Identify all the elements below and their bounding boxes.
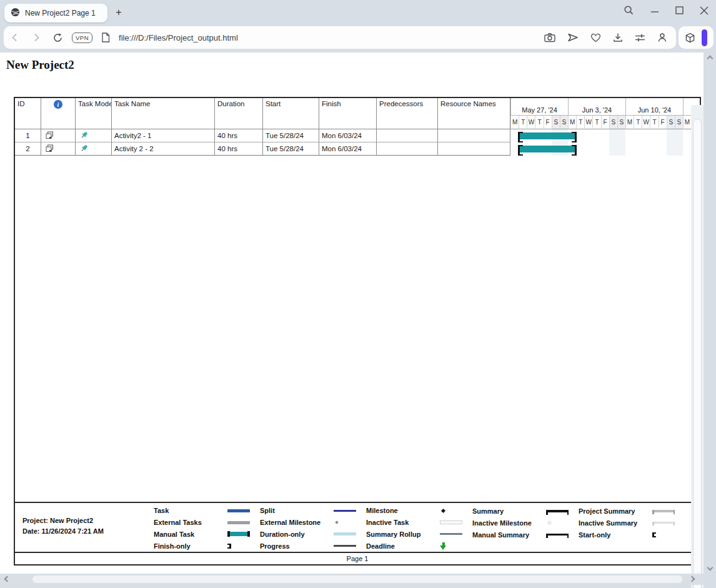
new-tab-button[interactable]: + — [112, 6, 125, 19]
page-number-footer: Page 1 — [15, 552, 700, 564]
day-header-cell: M — [510, 116, 519, 129]
legend-label: Progress — [260, 542, 334, 550]
finish-only-swatch-icon — [227, 544, 260, 549]
gantt-timeline: May 27, '24Jun 3, '24Jun 10, '24Jun 17, … — [510, 98, 700, 156]
split-swatch-icon — [334, 510, 366, 512]
day-header-cell: T — [634, 116, 642, 129]
legend-label: Duration-only — [260, 531, 334, 538]
vpn-badge[interactable]: VPN — [72, 32, 92, 43]
gantt-bar — [519, 146, 576, 152]
timeline-day-row: MTWTFSSMTWTFSSMTWTFSSMTWTFSS — [510, 116, 700, 129]
legend-label: Summary — [472, 507, 546, 515]
legend-column: TaskExternal TasksManual TaskFinish-only — [154, 505, 260, 552]
legend-label: Finish-only — [154, 542, 227, 550]
external-milestone-swatch-icon — [334, 521, 366, 524]
project-date-line: Date: 11/26/2024 7:21 AM — [22, 527, 154, 535]
gantt-row — [510, 142, 700, 156]
scroll-up-icon[interactable] — [707, 56, 714, 62]
browser-toolbar: VPN file:///D:/Files/Project_output.html — [0, 25, 716, 52]
day-header-cell: S — [552, 116, 560, 129]
legend-column: MilestoneInactive TaskSummary RollupDead… — [366, 505, 472, 552]
task-start-cell: Tue 5/28/24 — [263, 129, 319, 142]
search-icon[interactable] — [624, 5, 634, 16]
tab-strip: New Project2 Page 1 + — [0, 0, 716, 25]
task-indicator-cell — [41, 142, 76, 156]
task-resources-cell — [438, 142, 510, 156]
legend-item: Task — [154, 505, 260, 517]
send-icon[interactable] — [567, 32, 579, 42]
camera-icon[interactable] — [544, 32, 555, 42]
download-icon[interactable] — [613, 32, 623, 42]
table-row: 1Activity2 - 140 hrsTue 5/28/24Mon 6/03/… — [15, 129, 510, 142]
legend-label: External Tasks — [154, 519, 227, 526]
user-icon[interactable] — [657, 32, 667, 42]
scroll-down-icon[interactable] — [707, 565, 714, 571]
minimize-button[interactable] — [650, 6, 659, 15]
legend-label: Start-only — [579, 531, 652, 539]
legend-column: SummaryInactive MilestoneManual Summary — [472, 505, 579, 552]
task-indicator-cell — [41, 129, 76, 142]
start-only-swatch-icon — [652, 532, 685, 537]
duration-only-swatch-icon — [334, 532, 366, 536]
progress-swatch-icon — [334, 545, 366, 547]
legend-item: Inactive Summary — [579, 517, 685, 529]
globe-favicon-icon — [11, 7, 20, 19]
extension-pill[interactable] — [702, 29, 707, 46]
page-content: New Project2 IDiTask ModeTask NameDurati… — [0, 52, 704, 574]
task-finish-cell: Mon 6/03/24 — [319, 129, 377, 142]
legend-item: External Tasks — [154, 517, 260, 529]
legend-item: Project Summary — [579, 505, 685, 517]
cube-extension-icon[interactable] — [685, 32, 695, 43]
task-mode-cell — [76, 129, 112, 142]
task-swatch-icon — [227, 509, 260, 512]
pushpin-icon — [78, 131, 89, 141]
project-summary-swatch-icon — [652, 510, 685, 512]
weekend-band — [609, 142, 625, 156]
reload-icon[interactable] — [52, 32, 63, 43]
task-resources-cell — [438, 129, 510, 142]
legend-item: Summary Rollup — [366, 529, 472, 541]
column-header-finish: Finish — [319, 98, 377, 129]
page-file-icon[interactable] — [101, 32, 110, 42]
manual-summary-swatch-icon — [546, 534, 579, 536]
column-header-indicators: i — [41, 98, 76, 129]
column-header-predecessors: Predecessors — [377, 98, 438, 129]
back-icon[interactable] — [10, 32, 20, 42]
tab-title: New Project2 Page 1 — [25, 9, 96, 17]
vertical-scrollbar-thumb[interactable] — [693, 119, 702, 588]
gantt-table: IDiTask ModeTask NameDurationStartFinish… — [15, 98, 700, 156]
weekend-band — [609, 129, 625, 142]
heart-icon[interactable] — [590, 33, 601, 42]
page-title: New Project2 — [6, 58, 74, 72]
table-row: 2Activity 2 - 240 hrsTue 5/28/24Mon 6/03… — [15, 142, 510, 156]
task-grid-header: IDiTask ModeTask NameDurationStartFinish… — [15, 98, 510, 129]
week-header-cell: May 27, '24 — [510, 98, 568, 116]
url-field[interactable]: file:///D:/Files/Project_output.html — [119, 33, 535, 42]
day-header-cell: T — [592, 116, 600, 129]
legend-item: Finish-only — [154, 540, 260, 552]
task-id-cell: 2 — [15, 142, 41, 156]
project-name-line: Project: New Project2 — [22, 517, 154, 524]
inactive-milestone-swatch-icon — [546, 521, 579, 524]
url-bar[interactable]: VPN file:///D:/Files/Project_output.html — [4, 26, 676, 49]
day-header-cell: F — [659, 116, 667, 129]
week-header-cell: Jun 10, '24 — [625, 98, 683, 116]
horizontal-scrollbar-thumb[interactable] — [32, 576, 682, 583]
close-button[interactable] — [700, 6, 709, 15]
pushpin-icon — [78, 144, 89, 154]
horizontal-scrollbar[interactable] — [0, 574, 704, 585]
vertical-scrollbar[interactable] — [691, 105, 704, 588]
browser-tab[interactable]: New Project2 Page 1 — [4, 4, 107, 22]
gantt-row — [510, 129, 700, 142]
day-header-cell: S — [675, 116, 683, 129]
day-header-cell: S — [609, 116, 617, 129]
manual-task-swatch-icon — [227, 532, 260, 536]
maximize-button[interactable] — [675, 6, 684, 14]
weekend-band — [667, 129, 683, 142]
legend-label: Project Summary — [579, 507, 652, 515]
tune-icon[interactable] — [635, 33, 645, 42]
column-header-duration: Duration — [215, 98, 263, 129]
forward-icon[interactable] — [31, 32, 41, 42]
legend-label: External Milestone — [260, 519, 334, 526]
legend-label: Milestone — [366, 507, 440, 514]
